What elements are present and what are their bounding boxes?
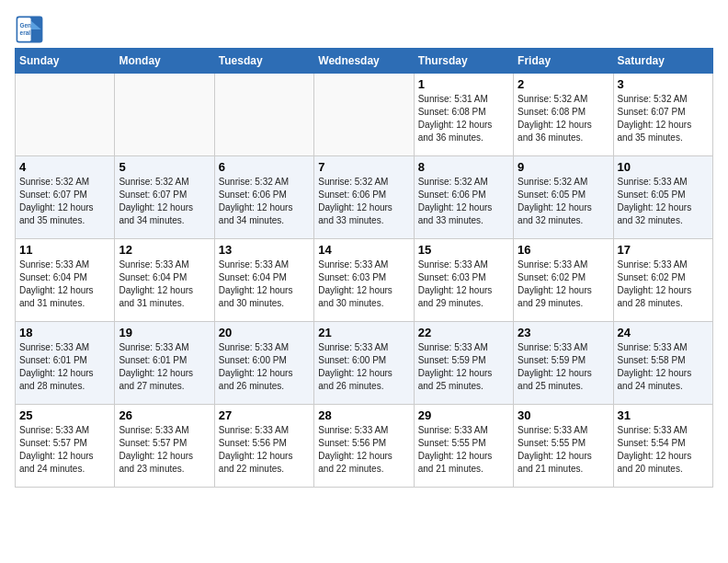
day-number: 15 xyxy=(418,243,509,257)
weekday-header-monday: Monday xyxy=(115,49,214,74)
logo-icon: Gen eral xyxy=(15,15,44,44)
calendar-day-cell xyxy=(115,74,214,156)
day-info: Sunrise: 5:33 AM Sunset: 6:00 PM Dayligh… xyxy=(219,341,310,393)
day-number: 17 xyxy=(618,243,709,257)
day-number: 19 xyxy=(119,326,210,339)
page-header: Gen eral xyxy=(15,15,713,44)
day-number: 3 xyxy=(618,77,709,91)
day-number: 29 xyxy=(418,408,509,422)
day-info: Sunrise: 5:33 AM Sunset: 6:04 PM Dayligh… xyxy=(19,259,110,310)
day-info: Sunrise: 5:33 AM Sunset: 5:59 PM Dayligh… xyxy=(418,341,509,393)
day-info: Sunrise: 5:33 AM Sunset: 6:05 PM Dayligh… xyxy=(618,176,709,227)
day-number: 2 xyxy=(518,77,609,91)
day-number: 1 xyxy=(418,77,509,91)
day-info: Sunrise: 5:32 AM Sunset: 6:07 PM Dayligh… xyxy=(19,176,110,227)
calendar-day-cell: 6Sunrise: 5:32 AM Sunset: 6:06 PM Daylig… xyxy=(214,156,313,239)
day-info: Sunrise: 5:33 AM Sunset: 6:03 PM Dayligh… xyxy=(418,259,509,310)
day-number: 4 xyxy=(19,160,110,174)
svg-text:Gen: Gen xyxy=(20,22,32,29)
day-info: Sunrise: 5:32 AM Sunset: 6:07 PM Dayligh… xyxy=(119,176,210,227)
calendar-day-cell xyxy=(16,74,115,156)
day-info: Sunrise: 5:33 AM Sunset: 6:02 PM Dayligh… xyxy=(618,259,709,310)
calendar-day-cell: 14Sunrise: 5:33 AM Sunset: 6:03 PM Dayli… xyxy=(314,239,414,322)
day-info: Sunrise: 5:33 AM Sunset: 5:58 PM Dayligh… xyxy=(618,341,709,393)
day-info: Sunrise: 5:33 AM Sunset: 5:59 PM Dayligh… xyxy=(518,341,609,393)
day-number: 11 xyxy=(19,243,110,257)
calendar-day-cell: 4Sunrise: 5:32 AM Sunset: 6:07 PM Daylig… xyxy=(16,156,115,239)
day-number: 26 xyxy=(119,408,210,422)
calendar-day-cell: 29Sunrise: 5:33 AM Sunset: 5:55 PM Dayli… xyxy=(414,405,513,488)
day-number: 27 xyxy=(219,408,310,422)
calendar-day-cell: 27Sunrise: 5:33 AM Sunset: 5:56 PM Dayli… xyxy=(214,405,313,488)
day-number: 22 xyxy=(418,326,509,339)
calendar-day-cell: 2Sunrise: 5:32 AM Sunset: 6:08 PM Daylig… xyxy=(514,74,613,156)
weekday-header-tuesday: Tuesday xyxy=(214,49,313,74)
calendar-day-cell: 7Sunrise: 5:32 AM Sunset: 6:06 PM Daylig… xyxy=(314,156,414,239)
day-info: Sunrise: 5:33 AM Sunset: 5:55 PM Dayligh… xyxy=(418,424,509,476)
day-info: Sunrise: 5:33 AM Sunset: 5:54 PM Dayligh… xyxy=(618,424,709,476)
day-number: 30 xyxy=(518,408,609,422)
day-number: 8 xyxy=(418,160,509,174)
day-number: 10 xyxy=(618,160,709,174)
calendar-table: SundayMondayTuesdayWednesdayThursdayFrid… xyxy=(15,48,713,488)
calendar-day-cell: 19Sunrise: 5:33 AM Sunset: 6:01 PM Dayli… xyxy=(115,322,214,405)
day-number: 7 xyxy=(318,160,409,174)
weekday-header-friday: Friday xyxy=(514,49,613,74)
calendar-day-cell: 18Sunrise: 5:33 AM Sunset: 6:01 PM Dayli… xyxy=(16,322,115,405)
day-number: 24 xyxy=(618,326,709,339)
weekday-header-saturday: Saturday xyxy=(613,49,712,74)
weekday-header-thursday: Thursday xyxy=(414,49,513,74)
day-info: Sunrise: 5:33 AM Sunset: 6:04 PM Dayligh… xyxy=(219,259,310,310)
calendar-week-row: 1Sunrise: 5:31 AM Sunset: 6:08 PM Daylig… xyxy=(16,74,713,156)
calendar-day-cell: 24Sunrise: 5:33 AM Sunset: 5:58 PM Dayli… xyxy=(613,322,712,405)
calendar-week-row: 11Sunrise: 5:33 AM Sunset: 6:04 PM Dayli… xyxy=(16,239,713,322)
svg-text:eral: eral xyxy=(20,29,31,36)
day-info: Sunrise: 5:33 AM Sunset: 5:57 PM Dayligh… xyxy=(119,424,210,476)
day-number: 13 xyxy=(219,243,310,257)
calendar-day-cell: 22Sunrise: 5:33 AM Sunset: 5:59 PM Dayli… xyxy=(414,322,513,405)
calendar-day-cell: 5Sunrise: 5:32 AM Sunset: 6:07 PM Daylig… xyxy=(115,156,214,239)
day-info: Sunrise: 5:33 AM Sunset: 5:57 PM Dayligh… xyxy=(19,424,110,476)
calendar-day-cell: 12Sunrise: 5:33 AM Sunset: 6:04 PM Dayli… xyxy=(115,239,214,322)
day-info: Sunrise: 5:33 AM Sunset: 6:00 PM Dayligh… xyxy=(318,341,409,393)
day-number: 25 xyxy=(19,408,110,422)
day-number: 31 xyxy=(618,408,709,422)
calendar-day-cell: 9Sunrise: 5:32 AM Sunset: 6:05 PM Daylig… xyxy=(514,156,613,239)
day-number: 18 xyxy=(19,326,110,339)
day-info: Sunrise: 5:32 AM Sunset: 6:06 PM Dayligh… xyxy=(318,176,409,227)
calendar-day-cell: 30Sunrise: 5:33 AM Sunset: 5:55 PM Dayli… xyxy=(514,405,613,488)
calendar-day-cell xyxy=(314,74,414,156)
day-info: Sunrise: 5:33 AM Sunset: 6:01 PM Dayligh… xyxy=(119,341,210,393)
day-info: Sunrise: 5:32 AM Sunset: 6:06 PM Dayligh… xyxy=(418,176,509,227)
calendar-week-row: 25Sunrise: 5:33 AM Sunset: 5:57 PM Dayli… xyxy=(16,405,713,488)
day-number: 12 xyxy=(119,243,210,257)
calendar-day-cell: 25Sunrise: 5:33 AM Sunset: 5:57 PM Dayli… xyxy=(16,405,115,488)
day-number: 16 xyxy=(518,243,609,257)
day-info: Sunrise: 5:33 AM Sunset: 6:03 PM Dayligh… xyxy=(318,259,409,310)
day-number: 9 xyxy=(518,160,609,174)
day-info: Sunrise: 5:33 AM Sunset: 5:56 PM Dayligh… xyxy=(219,424,310,476)
day-info: Sunrise: 5:33 AM Sunset: 5:55 PM Dayligh… xyxy=(518,424,609,476)
day-info: Sunrise: 5:33 AM Sunset: 6:01 PM Dayligh… xyxy=(19,341,110,393)
weekday-header-sunday: Sunday xyxy=(16,49,115,74)
calendar-day-cell: 8Sunrise: 5:32 AM Sunset: 6:06 PM Daylig… xyxy=(414,156,513,239)
calendar-day-cell: 11Sunrise: 5:33 AM Sunset: 6:04 PM Dayli… xyxy=(16,239,115,322)
calendar-day-cell: 1Sunrise: 5:31 AM Sunset: 6:08 PM Daylig… xyxy=(414,74,513,156)
day-info: Sunrise: 5:32 AM Sunset: 6:06 PM Dayligh… xyxy=(219,176,310,227)
calendar-day-cell: 15Sunrise: 5:33 AM Sunset: 6:03 PM Dayli… xyxy=(414,239,513,322)
day-number: 28 xyxy=(318,408,409,422)
calendar-day-cell: 17Sunrise: 5:33 AM Sunset: 6:02 PM Dayli… xyxy=(613,239,712,322)
weekday-header-row: SundayMondayTuesdayWednesdayThursdayFrid… xyxy=(16,49,713,74)
calendar-day-cell: 10Sunrise: 5:33 AM Sunset: 6:05 PM Dayli… xyxy=(613,156,712,239)
day-number: 23 xyxy=(518,326,609,339)
day-number: 14 xyxy=(318,243,409,257)
calendar-day-cell: 23Sunrise: 5:33 AM Sunset: 5:59 PM Dayli… xyxy=(514,322,613,405)
calendar-day-cell: 21Sunrise: 5:33 AM Sunset: 6:00 PM Dayli… xyxy=(314,322,414,405)
day-number: 5 xyxy=(119,160,210,174)
weekday-header-wednesday: Wednesday xyxy=(314,49,414,74)
calendar-day-cell: 31Sunrise: 5:33 AM Sunset: 5:54 PM Dayli… xyxy=(613,405,712,488)
day-number: 6 xyxy=(219,160,310,174)
calendar-day-cell: 16Sunrise: 5:33 AM Sunset: 6:02 PM Dayli… xyxy=(514,239,613,322)
calendar-day-cell: 28Sunrise: 5:33 AM Sunset: 5:56 PM Dayli… xyxy=(314,405,414,488)
day-number: 20 xyxy=(219,326,310,339)
